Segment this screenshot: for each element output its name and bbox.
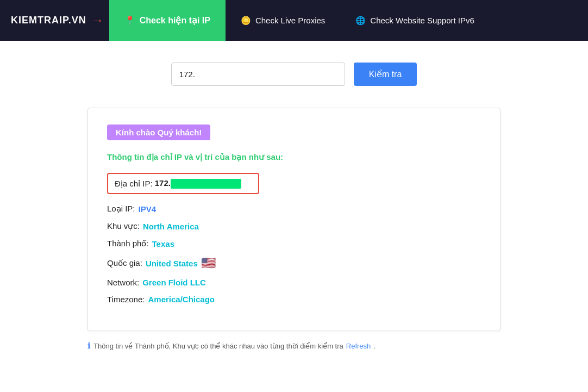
ip-value: 172. [155,178,241,189]
refresh-link[interactable]: Refresh [346,342,371,350]
country-row: Quốc gia: United States 🇺🇸 [107,256,481,270]
nav-check-ip-label: Check hiện tại IP [140,15,210,26]
network-row: Network: Green Floid LLC [107,278,481,287]
ip-type-label: Loại IP: [107,204,135,214]
ip-address-row: Địa chỉ IP: 172. [107,173,259,194]
search-bar: Kiểm tra [171,63,417,86]
nav-check-proxies-label: Check Live Proxies [255,16,325,25]
timezone-row: Timezone: America/Chicago [107,295,481,304]
timezone-label: Timezone: [107,295,145,304]
region-row: Khu vực: North America [107,221,481,231]
network-value: Green Floid LLC [142,278,206,287]
footer-note: ℹ Thông tin về Thành phố, Khu vực có thể… [87,341,501,351]
info-icon: ℹ [87,341,91,351]
ip-prefix: 172. [155,178,171,188]
nav-check-ip-button[interactable]: 📍 Check hiện tại IP [109,0,226,41]
ip-redacted [171,179,241,189]
footer-note-text: Thông tin về Thành phố, Khu vực có thể k… [93,342,343,350]
globe-icon: 🌐 [355,16,366,26]
result-card: Kính chào Quý khách! Thông tin địa chỉ I… [87,108,501,331]
nav-check-ipv6-label: Check Website Support IPv6 [370,16,474,25]
nav-check-proxies-button[interactable]: 🪙 Check Live Proxies [226,0,340,41]
section-title: Thông tin địa chỉ IP và vị trí của bạn n… [107,152,481,162]
region-label: Khu vực: [107,221,140,231]
region-value: North America [143,222,199,231]
greeting-badge: Kính chào Quý khách! [107,125,210,140]
ip-type-value: IPV4 [139,204,157,214]
country-value: United States [146,259,198,268]
ip-type-row: Loại IP: IPV4 [107,204,481,214]
city-value: Texas [152,239,174,248]
coin-icon: 🪙 [241,16,251,26]
city-label: Thành phố: [107,239,149,248]
network-label: Network: [107,278,139,287]
flag-icon: 🇺🇸 [201,256,216,270]
main-content: Kiểm tra Kính chào Quý khách! Thông tin … [0,41,588,367]
site-logo: KIEMTRAIP.VN [11,15,86,26]
timezone-value: America/Chicago [148,295,215,304]
navigation: KIEMTRAIP.VN → 📍 Check hiện tại IP 🪙 Che… [0,0,588,41]
country-label: Quốc gia: [107,258,142,268]
city-row: Thành phố: Texas [107,239,481,248]
pin-icon: 📍 [124,15,135,26]
ip-label: Địa chỉ IP: [115,179,153,189]
check-button[interactable]: Kiểm tra [354,63,417,86]
ip-input[interactable] [171,63,345,86]
nav-check-ipv6-button[interactable]: 🌐 Check Website Support IPv6 [340,0,489,41]
arrow-icon: → [92,14,104,28]
